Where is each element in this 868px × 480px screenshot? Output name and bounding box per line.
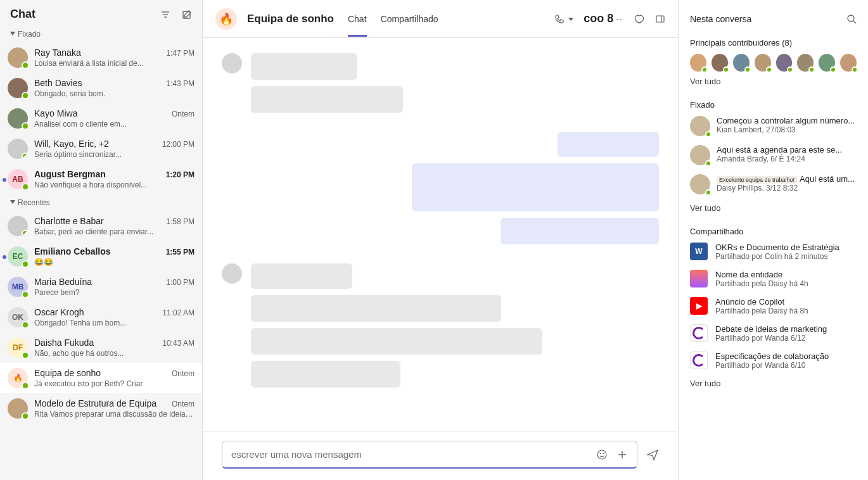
message-bubble[interactable]: [558, 132, 659, 157]
message-group-self: [222, 132, 659, 244]
chat-preview: Babar, pedi ao cliente para enviar...: [34, 227, 195, 236]
chat-list-item[interactable]: 🔥 Equipa de sonho Ontem Já executou isto…: [0, 363, 202, 393]
chat-time: Ontem: [172, 110, 195, 118]
chat-preview: Não verifiquei a hora disponível...: [34, 180, 195, 189]
contributor-avatar[interactable]: [819, 54, 835, 72]
contributor-avatar[interactable]: [733, 54, 750, 72]
filter-icon[interactable]: [160, 9, 170, 20]
message-group: [222, 53, 659, 113]
tab-chat[interactable]: Chat: [348, 1, 367, 37]
search-icon[interactable]: [846, 14, 857, 24]
chat-time: 12:00 PM: [162, 140, 195, 149]
send-icon[interactable]: [646, 448, 659, 461]
message-bubble[interactable]: [251, 361, 400, 388]
word-icon: W: [690, 243, 708, 260]
chat-name: Modelo de Estrutura de Equipa: [34, 398, 156, 408]
sidebar-title: Chat: [10, 8, 35, 21]
message-input[interactable]: [231, 449, 590, 460]
avatar: EC: [8, 246, 28, 267]
shared-title: Nome da entidade: [715, 270, 857, 279]
message-bubble[interactable]: [251, 53, 357, 80]
emoji-icon[interactable]: [596, 449, 608, 460]
contributor-avatar[interactable]: [690, 54, 706, 72]
member-chip[interactable]: coo 8 ··: [584, 12, 623, 25]
copilot-icon[interactable]: [634, 13, 645, 25]
tab-shared[interactable]: Compartilhado: [381, 1, 438, 37]
contributor-avatar[interactable]: [840, 54, 857, 72]
svg-point-11: [603, 453, 604, 453]
shared-file[interactable]: ▶ Anúncio de Copilot Partilhado pela Dai…: [690, 297, 857, 315]
chat-list-item[interactable]: OK Oscar Krogh 11:02 AM Obrigado! Tenha …: [0, 302, 202, 332]
see-all-shared[interactable]: Ver tudo: [690, 379, 857, 388]
messages-scroll[interactable]: [203, 38, 678, 431]
chat-time: 1:43 PM: [166, 79, 195, 88]
pinned-message[interactable]: Começou a controlar algum número... Kian…: [690, 116, 857, 136]
pinned-title: Excelente equipa de trabalho!Aqui está u…: [717, 174, 857, 184]
new-chat-icon[interactable]: [182, 9, 192, 20]
yt-icon: ▶: [690, 297, 708, 315]
contributor-avatar[interactable]: [755, 54, 771, 72]
chat-name: August Bergman: [34, 169, 106, 179]
chat-name: Daisha Fukuda: [34, 338, 94, 348]
chat-sidebar: Chat Fixado Ray Tanaka 1:47 PM Louisa en…: [0, 0, 203, 480]
section-pinned[interactable]: Fixado: [0, 26, 202, 42]
compose-area: [203, 431, 678, 480]
shared-title: Anúncio de Copilot: [715, 297, 857, 306]
chat-list-item[interactable]: Modelo de Estrutura de Equipa Ontem Rita…: [0, 393, 202, 424]
chat-time: 1:55 PM: [166, 248, 195, 256]
avatar: [8, 108, 28, 129]
pinned-sub: Amanda Brady, 6/ É 14:24: [717, 155, 857, 163]
conversation-title: Equipa de sonho: [247, 13, 334, 25]
avatar: [690, 174, 710, 194]
chat-time: 1:20 PM: [166, 170, 195, 179]
shared-sub: Partilhado pela Daisy há 8h: [715, 306, 857, 315]
shared-sub: Partilhado por Wanda 6/12: [715, 334, 857, 343]
chat-list-item[interactable]: EC Emiliano Ceballos 1:55 PM 😂😂: [0, 241, 202, 272]
message-bubble[interactable]: [251, 86, 403, 113]
contributor-avatar[interactable]: [712, 54, 728, 72]
chat-list-item[interactable]: Kayo Miwa Ontem Analisei com o cliente e…: [0, 103, 202, 134]
message-bubble[interactable]: [251, 263, 352, 289]
see-all-pinned[interactable]: Ver tudo: [690, 203, 857, 213]
shared-title: Debate de ideias de marketing: [715, 324, 857, 334]
chat-list-item[interactable]: Ray Tanaka 1:47 PM Louisa enviará a list…: [0, 42, 202, 73]
chat-list-item[interactable]: Will, Kayo, Eric, +2 12:00 PM Seria ópti…: [0, 134, 202, 164]
compose-box[interactable]: [222, 441, 637, 469]
message-bubble[interactable]: [251, 328, 542, 355]
chat-time: Ontem: [172, 400, 195, 408]
message-bubble[interactable]: [251, 295, 501, 322]
chat-list-item[interactable]: DF Daisha Fukuda 10:43 AM Não, acho que …: [0, 332, 202, 363]
shared-file[interactable]: W OKRs e Documento de Estratégia Partilh…: [690, 243, 857, 261]
chat-name: Charlotte e Babar: [34, 216, 104, 226]
contributor-avatar[interactable]: [797, 54, 814, 72]
message-bubble[interactable]: [412, 163, 659, 212]
shared-file[interactable]: Nome da entidade Partilhado pela Daisy h…: [690, 270, 857, 288]
chat-list-item[interactable]: Charlotte e Babar 1:58 PM Babar, pedi ao…: [0, 211, 202, 241]
avatar: [8, 139, 28, 159]
message-group: [222, 263, 659, 388]
call-chevron-icon[interactable]: [568, 16, 573, 22]
shared-file[interactable]: Especificações de colaboração Partilhado…: [690, 351, 857, 370]
call-icon[interactable]: [554, 14, 565, 24]
chat-preview: 😂😂: [34, 258, 195, 267]
see-all-contributors[interactable]: Ver tudo: [690, 77, 857, 86]
pinned-title: Aqui está a agenda para este se...: [717, 145, 857, 155]
chat-preview: Obrigado, seria bom.: [34, 89, 195, 98]
conversation-avatar: 🔥: [215, 8, 237, 30]
pinned-message[interactable]: Aqui está a agenda para este se... Amand…: [690, 145, 857, 165]
svg-marker-5: [10, 200, 15, 204]
open-pane-icon[interactable]: [655, 14, 665, 24]
pinned-message[interactable]: Excelente equipa de trabalho!Aqui está u…: [690, 174, 857, 194]
chat-preview: Obrigado! Tenha um bom...: [34, 319, 195, 327]
chat-list-item[interactable]: AB August Bergman 1:20 PM Não verifiquei…: [0, 164, 202, 194]
section-recent[interactable]: Recentes: [0, 194, 202, 211]
chat-preview: Analisei com o cliente em...: [34, 120, 195, 129]
message-bubble[interactable]: [501, 218, 659, 244]
shared-file[interactable]: Debate de ideias de marketing Partilhado…: [690, 324, 857, 343]
add-attachment-icon[interactable]: [616, 449, 628, 460]
svg-marker-6: [568, 18, 573, 21]
chat-list-item[interactable]: Beth Davies 1:43 PM Obrigado, seria bom.: [0, 73, 202, 103]
contributor-avatar[interactable]: [776, 54, 793, 72]
chat-preview: Rita Vamos preparar uma discussão de ide…: [34, 410, 195, 419]
chat-list-item[interactable]: MB Maria Beduína 1:00 PM Parece bem?: [0, 272, 202, 302]
